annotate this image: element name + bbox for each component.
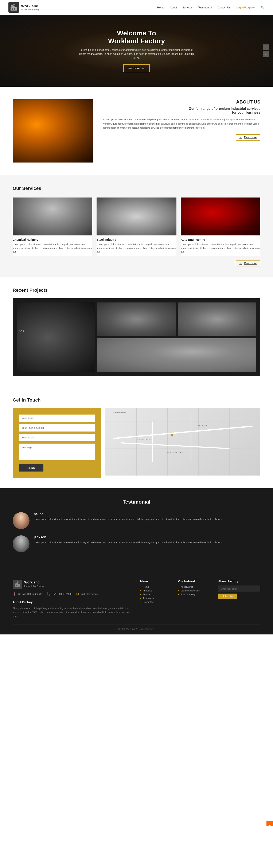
testimonial-section: Testimonial helina Lorem ipsum dolor sit… (0, 488, 273, 569)
footer-bottom: © 2021 Workland. All Rights Reserved. (13, 624, 260, 630)
phone-icon: 📞 (47, 592, 50, 596)
testimonial-item-2: jackson Lorem ipsum dolor sit amet, cons… (13, 535, 260, 552)
project-image-3 (178, 303, 256, 336)
footer-subscribe-form: Subscribe (218, 586, 260, 599)
nav-home[interactable]: Home (157, 6, 165, 9)
service-card-3: Auto Engineering Lorem ipsum dolor sit a… (181, 197, 260, 256)
about-readmore-button[interactable]: ← Read more (236, 134, 260, 141)
contact-message-input[interactable] (19, 443, 95, 460)
logo: Workland Industrial & Factory (8, 2, 39, 13)
footer-logo-text: Workland Industrial & Factory (24, 581, 44, 588)
service-title-1: Chemical Refinery (13, 238, 92, 241)
svg-rect-9 (17, 583, 18, 585)
contact-phone-input[interactable] (19, 424, 95, 432)
contact-map: Trafalgar Square The Strand Victoria Emb… (105, 408, 260, 475)
footer-menu-home[interactable]: Home (140, 586, 170, 588)
about-body: Lorem ipsum dolor sit amet, consectetur … (103, 118, 260, 130)
arrow-right-icon: → (142, 66, 145, 70)
testimonial-name-2: jackson (34, 535, 222, 539)
nav-about[interactable]: About (170, 6, 177, 9)
hero-nav-arrows: › ‹ (263, 44, 269, 57)
about-image (13, 99, 93, 162)
project-image-4 (97, 338, 256, 372)
about-content: ABOUT US Get full range of premium Indus… (103, 99, 260, 162)
service-image-3 (181, 197, 260, 236)
footer-network-awareness[interactable]: Create Awareness (178, 589, 210, 592)
footer-about-title: About Factory (13, 600, 132, 604)
contact-email-input[interactable] (19, 434, 95, 441)
footer-subscribe-title: About Factory (218, 580, 260, 583)
footer-menu-testimonial[interactable]: Testimonial (140, 597, 170, 599)
svg-point-11 (17, 582, 18, 583)
search-icon[interactable]: 🔍 (261, 6, 265, 9)
projects-section: Recent Projects JOA (0, 277, 273, 387)
footer-subscribe-button[interactable]: Subscribe (218, 594, 237, 599)
services-readmore-button[interactable]: ← Read more (236, 260, 260, 267)
footer-network-title: Our Network (178, 580, 210, 583)
arrow-left-icon-2: ← (240, 262, 242, 265)
svg-rect-4 (14, 8, 15, 10)
service-card-1: Chemical Refinery Lorem ipsum dolor sit … (13, 197, 92, 256)
contact-send-button[interactable]: SEND (19, 464, 43, 471)
logo-text: Workland Industrial & Factory (21, 4, 39, 11)
footer-factory-icon (14, 581, 21, 588)
map-grid: Trafalgar Square The Strand Victoria Emb… (105, 408, 260, 475)
footer-col-menu: Menu Home About Us Services Testimonial … (140, 580, 170, 618)
service-image-1 (13, 197, 92, 236)
contact-inner: SEND Trafalgar Square The Strand Victori… (13, 408, 260, 478)
service-desc-2: Lorem ipsum dolor sit amet, consectetur … (96, 243, 176, 254)
nav-login[interactable]: Log in/Register (236, 6, 256, 9)
testimonial-avatar-1 (13, 512, 30, 529)
footer-address: 📍 Gb road 123 london UK (13, 592, 42, 596)
svg-rect-6 (13, 4, 14, 5)
footer: Workland Industrial & Factory 📍 Gb road … (0, 569, 273, 634)
services-heading: Our Services (13, 186, 260, 191)
hero-content: Welcome ToWorkland Factory Lorem ipsum d… (79, 29, 194, 72)
services-footer: ← Read more (13, 260, 260, 267)
svg-rect-2 (13, 6, 14, 8)
contact-name-input[interactable] (19, 414, 95, 422)
about-subheading: Get full range of premium Industrial ser… (103, 107, 260, 115)
testimonial-name-1: helina (34, 512, 222, 516)
about-section: ABOUT US Get full range of premium Indus… (0, 87, 273, 175)
svg-rect-7 (15, 584, 20, 587)
map-pin (171, 434, 173, 436)
about-heading: ABOUT US (103, 99, 260, 105)
footer-menu-list: Home About Us Services Testimonial Conta… (140, 586, 170, 603)
email-icon: ✉ (76, 592, 79, 596)
contact-heading: Get In Touch (13, 397, 260, 403)
nav-services[interactable]: Services (182, 6, 193, 9)
project-image-1: JOA (17, 303, 95, 372)
footer-menu-about[interactable]: About Us (140, 589, 170, 592)
footer-col-network: Our Network Adopt A Pet Create Awareness… (178, 580, 210, 618)
about-readmore-label: Read more (244, 136, 256, 139)
nav-links: Home About Services Testimonial Contact … (157, 6, 265, 9)
testimonial-body-1: Lorem ipsum dolor sit amet, consectetur … (34, 517, 222, 521)
hero-readmore-label: read more (128, 67, 140, 70)
testimonial-avatar-2 (13, 535, 30, 552)
about-image-inner (13, 99, 93, 162)
testimonial-body-2: Lorem ipsum dolor sit amet, consectetur … (34, 540, 222, 545)
hero-readmore-button[interactable]: read more → (123, 64, 150, 72)
projects-heading: Recent Projects (13, 287, 260, 293)
footer-top: Workland Industrial & Factory 📍 Gb road … (13, 580, 260, 618)
footer-network-campaign[interactable]: Join Campaign (178, 593, 210, 596)
testimonial-text-2: jackson Lorem ipsum dolor sit amet, cons… (34, 535, 222, 552)
arrow-left-icon: ← (240, 136, 242, 139)
service-desc-1: Lorem ipsum dolor sit amet, consectetur … (13, 243, 92, 254)
nav-testimonial[interactable]: Testimonial (198, 6, 212, 9)
service-desc-3: Lorem ipsum dolor sit amet, consectetur … (181, 243, 260, 254)
hero-prev-button[interactable]: ‹ (263, 52, 269, 57)
footer-menu-services[interactable]: Services (140, 593, 170, 596)
services-section: Our Services Chemical Refinery Lorem ips… (0, 175, 273, 277)
nav-contact[interactable]: Contact Us (217, 6, 231, 9)
footer-menu-contact[interactable]: Contact Us (140, 601, 170, 603)
footer-email-input[interactable] (218, 586, 260, 592)
factory-icon (9, 3, 18, 11)
hero-next-button[interactable]: › (263, 44, 269, 51)
svg-rect-3 (12, 8, 13, 10)
services-grid: Chemical Refinery Lorem ipsum dolor sit … (13, 197, 260, 256)
footer-network-adopt[interactable]: Adopt A Pet (178, 586, 210, 588)
footer-logo: Workland Industrial & Factory (13, 580, 132, 589)
footer-network-list: Adopt A Pet Create Awareness Join Campai… (178, 586, 210, 596)
